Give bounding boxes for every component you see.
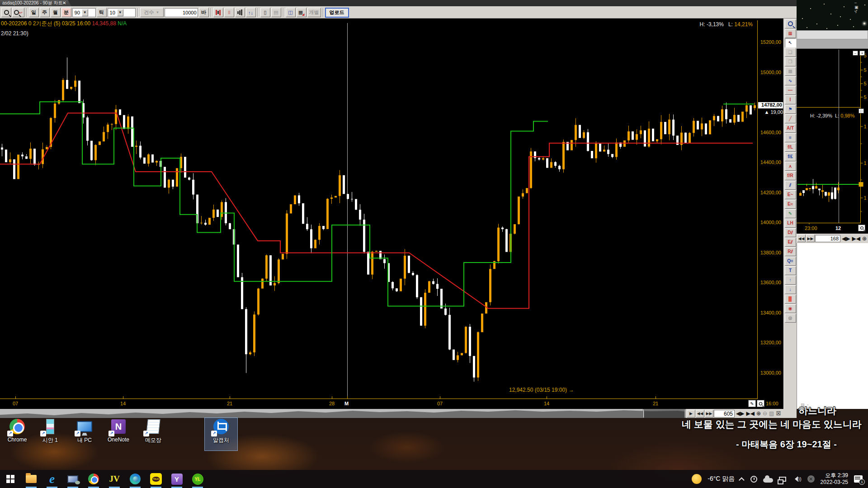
taskbar-item-yl-app[interactable]: YL bbox=[187, 470, 208, 488]
fibonacci-r-tool[interactable]: f/R bbox=[785, 171, 796, 180]
pitchfork-tool[interactable]: LH bbox=[785, 219, 796, 228]
period-button-주[interactable]: 주 bbox=[40, 8, 50, 17]
close-icon[interactable]: ✕ bbox=[62, 0, 66, 5]
target-tool[interactable]: ◎ bbox=[785, 314, 796, 323]
zoom-button[interactable] bbox=[757, 400, 764, 407]
new-document-button[interactable]: ▯ bbox=[260, 8, 270, 17]
weather-sun-icon[interactable] bbox=[692, 474, 702, 484]
onedrive-cloud-icon[interactable] bbox=[763, 478, 773, 483]
nav-step-button[interactable]: ▶ bbox=[687, 410, 695, 418]
nav-glyph-button-3[interactable]: ⊖ bbox=[762, 410, 768, 417]
candle-style-button[interactable] bbox=[213, 8, 223, 17]
zoom-lens-tool[interactable] bbox=[785, 19, 796, 28]
nav-glyph-button-2[interactable]: ⊕ bbox=[755, 410, 762, 417]
minimize-icon[interactable]: – bbox=[853, 51, 858, 56]
right-panel-subbar[interactable] bbox=[797, 39, 868, 49]
notification-icon[interactable]: 1 bbox=[854, 475, 863, 483]
taskbar-item-jv[interactable]: JV bbox=[104, 470, 125, 488]
horizontal-lines-tool[interactable]: ≡ bbox=[785, 133, 796, 142]
fibonacci-e-tool[interactable]: f/£ bbox=[785, 152, 796, 161]
close-icon[interactable]: × bbox=[859, 51, 865, 56]
pattern-e-tool[interactable]: E⫽ bbox=[785, 238, 796, 247]
mini-glyph-button-1[interactable]: ▶◀ bbox=[851, 235, 861, 242]
window-title-tab[interactable]: asdaq100-202206 - 90분 차트 bbox=[0, 0, 71, 6]
period-button-일[interactable]: 일 bbox=[29, 8, 39, 17]
arrow-up-tool[interactable]: ↑ bbox=[785, 276, 796, 285]
desktop-icon-chrome[interactable]: ↗Chrome bbox=[1, 418, 33, 450]
chevron-down-icon[interactable]: ▼ bbox=[117, 9, 123, 16]
speaker-icon[interactable]: )) bbox=[792, 476, 801, 482]
mini-chart-window[interactable]: 555511123:0012 – × □ H: -2,39% L: 0,98% bbox=[797, 49, 868, 234]
arrow-down-tool[interactable]: ↓ bbox=[785, 285, 796, 294]
scrollbar-thumb[interactable] bbox=[643, 409, 644, 418]
right-list-panel[interactable]: ▤ ▫ bbox=[797, 243, 868, 409]
weather-text[interactable]: -6°C 맑음 bbox=[708, 475, 735, 483]
chart-settings-button[interactable]: ◫ bbox=[286, 8, 296, 17]
right-panel-titlebar[interactable] bbox=[797, 30, 868, 39]
taskbar-clock[interactable]: 오후 2:39 2022-03-25 bbox=[821, 472, 848, 486]
candlestick-chart-area[interactable]: 00-202206 0 2기준선 (5) 03/25 16:00 14,345,… bbox=[0, 19, 783, 399]
restore-icon[interactable]: □ bbox=[859, 108, 864, 113]
nav-glyph-button-0[interactable]: ◀▶ bbox=[735, 410, 745, 417]
taskbar-item-explorer[interactable] bbox=[21, 470, 42, 488]
network-icon[interactable] bbox=[779, 477, 786, 482]
updown-button[interactable]: ↑↓ bbox=[246, 8, 256, 17]
taskbar-item-internet-explorer[interactable]: e bbox=[42, 470, 62, 488]
desktop-icon-photo[interactable]: ↗시안 1 bbox=[34, 418, 66, 450]
x-circle-icon[interactable]: ✕ bbox=[807, 475, 815, 483]
window-titlebar[interactable]: asdaq100-202206 - 90분 차트 ✕ – ▣ ϟ bbox=[0, 0, 797, 6]
visible-bars-input[interactable]: 605 bbox=[714, 410, 735, 418]
period-button-분[interactable]: 분 bbox=[61, 8, 71, 17]
elliott-wave-tool[interactable]: E~ bbox=[785, 190, 796, 199]
nav-glyph-button-5[interactable]: ☒ bbox=[775, 410, 782, 417]
minute-select[interactable]: 90▼ bbox=[72, 8, 96, 17]
record-tool[interactable]: ◉ bbox=[785, 304, 796, 313]
chevron-up-icon[interactable] bbox=[739, 477, 745, 483]
flag-tool[interactable]: ⚑ bbox=[785, 105, 796, 114]
alarm-icon[interactable] bbox=[750, 476, 757, 483]
period-button-월[interactable]: 월 bbox=[51, 8, 61, 17]
upload-button[interactable]: 업로드 bbox=[325, 8, 349, 18]
mini-nav-first-button[interactable]: ◀◀ bbox=[797, 235, 806, 242]
window-corner-controls[interactable]: – ▣ ϟ bbox=[854, 0, 859, 14]
desktop-icon-onenote[interactable]: N↗OneNote bbox=[102, 418, 135, 450]
taskbar-item-kakaotalk[interactable]: TALK bbox=[146, 470, 166, 488]
horizontal-scrollbar[interactable] bbox=[0, 409, 686, 418]
quote-tool[interactable]: Q≡ bbox=[785, 257, 796, 266]
elliott-wave2-tool[interactable]: E≈ bbox=[785, 200, 796, 209]
bar-button[interactable]: 바 bbox=[199, 8, 209, 17]
vertical-segment-tool[interactable]: I bbox=[785, 95, 796, 104]
tick-select[interactable]: 10▼ bbox=[108, 8, 136, 17]
mini-bars-input[interactable]: 168 bbox=[815, 235, 840, 242]
fibonacci-l-tool[interactable]: f/L bbox=[785, 143, 796, 152]
grid-box-tool[interactable]: ▦ bbox=[785, 29, 796, 38]
taskbar-item-edge[interactable] bbox=[125, 470, 146, 488]
bar-style-button[interactable] bbox=[235, 8, 245, 17]
nav-glyph-button-4[interactable]: ▨ bbox=[768, 410, 775, 417]
pencil-tool[interactable]: ✎ bbox=[785, 209, 796, 218]
pencil-button[interactable]: ✎ bbox=[748, 400, 756, 407]
line-chart-tool[interactable]: ∿ bbox=[785, 76, 796, 85]
bar-count-input[interactable]: 10000 bbox=[165, 8, 198, 17]
desktop-icon-pc[interactable]: ↗내 PC bbox=[68, 418, 101, 450]
fan-tool[interactable]: ⋏ bbox=[785, 162, 796, 171]
parallel-channel-tool[interactable]: ⫽ bbox=[785, 181, 796, 190]
mini-glyph-button-0[interactable]: ◀▶ bbox=[841, 235, 851, 242]
desktop-icon-alcapture[interactable]: ↗알캡처 bbox=[205, 418, 237, 450]
zoom-out-button[interactable]: ↩ bbox=[12, 8, 24, 17]
mini-nav-last-button[interactable]: ▶▶ bbox=[806, 235, 815, 242]
chevron-down-icon[interactable]: ▼ bbox=[82, 9, 88, 16]
taskbar-item-chrome[interactable] bbox=[83, 470, 104, 488]
nav-glyph-button-1[interactable]: ▶◀ bbox=[745, 410, 755, 417]
trend-line-tool[interactable]: ╱ bbox=[785, 114, 796, 123]
dot-style-button[interactable]: ⁞⁞⁞ bbox=[224, 8, 234, 17]
stop-tool[interactable]: ▉ bbox=[785, 295, 796, 304]
mini-glyph-button-2[interactable]: ⊕ bbox=[861, 235, 868, 242]
zoom-in-button[interactable] bbox=[1, 8, 11, 17]
taskbar-item-remote-pc[interactable] bbox=[62, 470, 83, 488]
desktop-icon-notepad[interactable]: ↗메모장 bbox=[137, 418, 170, 450]
grid-button[interactable]: ▦◢ bbox=[297, 8, 307, 17]
pattern-d-tool[interactable]: D⫽ bbox=[785, 228, 796, 237]
taskbar-item-y-messenger[interactable]: Y bbox=[166, 470, 187, 488]
cursor-tool[interactable]: ↖ bbox=[785, 38, 796, 47]
